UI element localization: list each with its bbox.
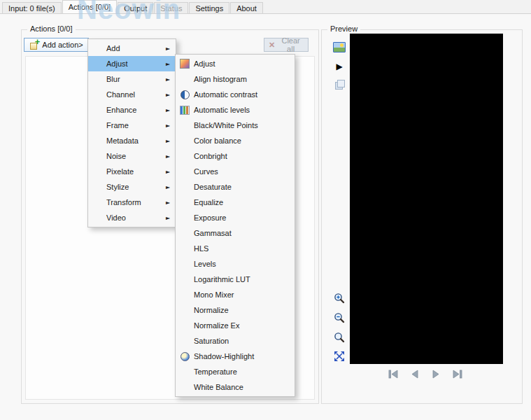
tab[interactable]: Actions [0/0] [62, 0, 118, 13]
shadow-highlight-icon [176, 350, 194, 363]
tab-label: About [236, 4, 257, 13]
submenu-item-label: Adjust [194, 59, 292, 68]
menu-item-label: Pixelate [106, 167, 163, 176]
submenu-item-icon [176, 211, 194, 224]
menu-item-icon [88, 119, 106, 132]
submenu-item-icon [176, 304, 194, 316]
play-icon [336, 62, 342, 71]
next-image-button[interactable] [428, 368, 444, 379]
submenu-item-icon [176, 258, 194, 270]
menu-item-label: Noise [106, 152, 163, 160]
submenu-item[interactable]: Gammasat [176, 225, 295, 241]
menu-item-icon [88, 196, 106, 209]
run-preview-button[interactable] [332, 59, 346, 74]
submenu-item[interactable]: Conbright [176, 148, 295, 164]
menu-item[interactable]: Metadata [88, 133, 176, 148]
zoom-in-button[interactable] [332, 291, 346, 305]
show-image-button[interactable] [332, 40, 346, 54]
submenu-item[interactable]: Saturation [176, 333, 295, 349]
submenu-item-label: Levels [194, 260, 292, 268]
submenu-item-icon [176, 319, 194, 332]
menu-item[interactable]: Blur [88, 71, 176, 87]
tab[interactable]: Settings [189, 2, 229, 13]
clear-all-icon [269, 41, 275, 50]
submenu-item[interactable]: Automatic levels [176, 102, 295, 118]
submenu-item[interactable]: Logarithmic LUT [176, 272, 295, 287]
submenu-item-label: Normalize Ex [194, 321, 292, 330]
last-image-button[interactable] [449, 368, 465, 379]
submenu-item-icon [176, 196, 194, 209]
menu-item-icon [88, 57, 106, 70]
submenu-item[interactable]: Color balance [176, 133, 295, 148]
preview-panel-title: Preview [327, 24, 360, 33]
tab[interactable]: Input: 0 file(s) [2, 2, 62, 13]
submenu-item-label: Logarithmic LUT [194, 275, 292, 284]
previous-image-button[interactable] [407, 368, 423, 379]
submenu-arrow-icon [163, 138, 173, 144]
zoom-out-button[interactable] [332, 311, 346, 325]
preview-canvas [350, 34, 503, 364]
submenu-item[interactable]: White Balance [176, 379, 295, 395]
first-image-button[interactable] [386, 368, 402, 379]
menu-item[interactable]: Channel [88, 87, 176, 102]
submenu-arrow-icon [163, 107, 173, 113]
magnifier-icon [334, 332, 345, 343]
submenu-item-label: Normalize [194, 306, 292, 314]
menu-item[interactable]: Enhance [88, 102, 176, 118]
menu-item[interactable]: Video [88, 210, 176, 225]
menu-item-label: Adjust [106, 59, 163, 68]
tab-label: Status [160, 4, 182, 13]
submenu-item[interactable]: Normalize Ex [176, 318, 295, 333]
menu-item[interactable]: Pixelate [88, 164, 176, 179]
tab[interactable]: Output [118, 2, 153, 13]
submenu-item[interactable]: Mono Mixer [176, 287, 295, 302]
submenu-item-label: Exposure [194, 214, 292, 222]
menu-item[interactable]: Noise [88, 148, 176, 164]
submenu-item-label: Automatic contrast [194, 90, 292, 99]
fit-to-window-icon [334, 351, 345, 362]
zoom-in-icon [334, 293, 345, 304]
submenu-item[interactable]: Temperature [176, 364, 295, 379]
submenu-item[interactable]: Curves [176, 164, 295, 179]
submenu-arrow-icon [163, 169, 173, 175]
menu-item[interactable]: Transform [88, 195, 176, 210]
submenu-item-icon [176, 165, 194, 178]
submenu-item-icon [176, 335, 194, 347]
submenu-item[interactable]: Shadow-Highlight [176, 349, 295, 364]
submenu-item[interactable]: Align histogram [176, 71, 295, 87]
layers-button[interactable] [332, 77, 346, 91]
submenu-item[interactable]: Exposure [176, 210, 295, 225]
submenu-item[interactable]: Equalize [176, 195, 295, 210]
menu-item[interactable]: Add [88, 41, 176, 56]
menu-item[interactable]: Stylize [88, 179, 176, 195]
zoom-button[interactable] [332, 330, 346, 344]
add-action-menu: Add Adjust Blur Channel [87, 38, 176, 227]
submenu-item-label: Equalize [194, 198, 292, 206]
submenu-item-icon [176, 288, 194, 301]
fit-to-window-button[interactable] [332, 349, 346, 363]
tab-label: Input: 0 file(s) [8, 4, 55, 13]
menu-item-icon [88, 88, 106, 101]
submenu-item-label: Temperature [194, 368, 292, 376]
submenu-item[interactable]: Automatic contrast [176, 87, 295, 102]
menu-item[interactable]: Adjust [88, 56, 176, 71]
submenu-arrow-icon [163, 76, 173, 83]
submenu-item[interactable]: Adjust [176, 56, 295, 71]
submenu-item[interactable]: HLS [176, 241, 295, 256]
tab-label: Actions [0/0] [69, 3, 111, 11]
menu-item[interactable]: Frame [88, 118, 176, 133]
submenu-item-label: Shadow-Highlight [194, 352, 292, 360]
submenu-item[interactable]: Levels [176, 256, 295, 272]
submenu-arrow-icon [163, 92, 173, 98]
menu-item-icon [88, 211, 106, 224]
submenu-item[interactable]: Normalize [176, 302, 295, 318]
tab[interactable]: Status [154, 2, 188, 13]
clear-all-button[interactable]: Clear all [264, 38, 309, 52]
submenu-item[interactable]: Desaturate [176, 179, 295, 195]
tab[interactable]: About [230, 2, 263, 13]
tab-bar: Input: 0 file(s) Actions [0/0] Output St… [0, 0, 531, 13]
submenu-item-label: Mono Mixer [194, 290, 292, 299]
add-action-button[interactable]: Add action> [24, 38, 89, 52]
submenu-item-label: Saturation [194, 337, 292, 345]
submenu-item[interactable]: Black/White Points [176, 118, 295, 133]
